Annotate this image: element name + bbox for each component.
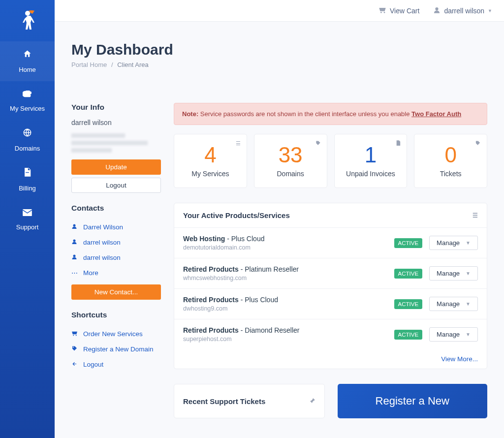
stat-value: 0 xyxy=(420,143,481,167)
nav-label: Support xyxy=(16,223,39,231)
shortcut-register-domain[interactable]: Register a New Domain xyxy=(71,342,161,357)
contact-item[interactable]: darrel wilson xyxy=(71,235,161,250)
view-more-link[interactable]: View More... xyxy=(174,349,487,369)
user-icon xyxy=(433,6,441,15)
contact-item[interactable]: Darrel Wilson xyxy=(71,219,161,235)
logout-button[interactable]: Logout xyxy=(71,178,161,193)
globe-icon xyxy=(2,128,53,140)
ticket-icon xyxy=(475,140,481,147)
update-button[interactable]: Update xyxy=(71,159,161,175)
your-info-heading: Your Info xyxy=(71,103,161,112)
shortcut-order-services[interactable]: Order New Services xyxy=(71,326,161,342)
shortcut-label: Order New Services xyxy=(83,330,143,338)
contacts-heading: Contacts xyxy=(71,204,161,213)
product-category: Retired Products xyxy=(183,265,239,273)
svg-point-4 xyxy=(380,12,382,13)
tag-icon xyxy=(71,345,78,353)
stat-label: My Services xyxy=(180,170,241,178)
svg-point-6 xyxy=(436,7,439,10)
nav-domains[interactable]: Domains xyxy=(0,120,55,160)
product-domain: superpiehost.com xyxy=(183,336,300,343)
breadcrumb-home[interactable]: Portal Home xyxy=(71,61,107,68)
alert-note: Note: xyxy=(182,110,198,118)
manage-button[interactable]: Manage▼ xyxy=(429,327,478,342)
topbar: View Cart darrell wilson ▼ xyxy=(55,0,504,22)
nav-label: My Services xyxy=(10,105,45,112)
person-icon xyxy=(71,254,78,261)
chevron-down-icon: ▼ xyxy=(466,271,471,276)
stat-label: Tickets xyxy=(420,170,481,178)
cart-icon xyxy=(71,330,78,338)
product-row[interactable]: Retired Products - Diamond Reseller supe… xyxy=(174,319,487,349)
user-fullname: darrell wilson xyxy=(71,119,161,126)
product-plan: Diamond Reseller xyxy=(245,326,299,334)
contact-name: darrel wilson xyxy=(83,239,121,246)
person-icon xyxy=(71,239,78,246)
two-factor-alert: Note: Service passwords are not shown in… xyxy=(174,103,487,125)
chevron-down-icon: ▼ xyxy=(466,332,471,337)
redacted-info xyxy=(71,133,161,153)
stat-value: 33 xyxy=(260,143,321,167)
pin-icon[interactable] xyxy=(310,398,315,405)
dots-icon: ⋯ xyxy=(71,269,78,277)
brand-logo[interactable] xyxy=(16,8,39,31)
manage-button[interactable]: Manage▼ xyxy=(429,266,478,281)
product-row[interactable]: Retired Products - Plus Cloud dwhosting9… xyxy=(174,288,487,319)
page-title: My Dashboard xyxy=(71,41,487,58)
stat-services[interactable]: ☰ 4 My Services xyxy=(174,134,247,188)
tag-icon xyxy=(315,140,321,147)
cart-label: View Cart xyxy=(390,7,419,15)
sidebar: Home My Services Domains Billing Support xyxy=(0,0,55,438)
person-icon xyxy=(71,223,78,231)
product-row[interactable]: Retired Products - Platinum Reseller whm… xyxy=(174,258,487,288)
svg-point-8 xyxy=(73,240,76,242)
stat-tickets[interactable]: 0 Tickets xyxy=(414,134,487,188)
stack-icon: ☰ xyxy=(236,140,241,147)
product-domain: whmcswebhosting.com xyxy=(183,275,299,282)
recent-tickets-panel: Recent Support Tickets xyxy=(174,384,325,418)
product-domain: dwhosting9.com xyxy=(183,305,278,312)
register-heading: Register a New xyxy=(376,395,449,407)
nav-billing[interactable]: Billing xyxy=(0,160,55,200)
view-cart-link[interactable]: View Cart xyxy=(378,6,419,15)
new-contact-button[interactable]: New Contact... xyxy=(71,284,161,300)
svg-point-0 xyxy=(25,11,30,16)
product-domain: demotutorialdomain.com xyxy=(183,244,264,251)
product-category: Web Hosting xyxy=(183,235,225,243)
product-category: Retired Products xyxy=(183,326,239,334)
status-badge: ACTIVE xyxy=(394,330,423,340)
status-badge: ACTIVE xyxy=(394,269,423,279)
contact-name: Darrel Wilson xyxy=(83,223,123,231)
stat-invoices[interactable]: 1 Unpaid Invoices xyxy=(334,134,408,188)
two-factor-link[interactable]: Two Factor Auth xyxy=(411,110,461,118)
settings-icon[interactable]: ☰ xyxy=(472,212,478,219)
stat-domains[interactable]: 33 Domains xyxy=(254,134,327,188)
manage-button[interactable]: Manage▼ xyxy=(429,236,478,250)
shortcut-logout[interactable]: Logout xyxy=(71,357,161,372)
svg-point-7 xyxy=(73,224,76,227)
nav-services[interactable]: My Services xyxy=(0,81,55,120)
svg-point-11 xyxy=(76,335,77,336)
product-category: Retired Products xyxy=(183,296,239,304)
nav-home[interactable]: Home xyxy=(0,41,55,81)
chevron-down-icon: ▼ xyxy=(466,240,471,246)
shortcut-label: Register a New Domain xyxy=(83,345,154,353)
file-icon xyxy=(396,140,401,147)
contact-name: darrel wilson xyxy=(83,254,121,261)
product-row[interactable]: Web Hosting - Plus Cloud demotutorialdom… xyxy=(174,227,487,258)
shortcuts-heading: Shortcuts xyxy=(71,311,161,319)
register-domain-card[interactable]: Register a New xyxy=(338,384,488,418)
stat-value: 1 xyxy=(341,143,401,167)
contacts-more[interactable]: ⋯ More xyxy=(71,265,161,281)
stat-label: Unpaid Invoices xyxy=(341,170,401,178)
breadcrumb-current: Client Area xyxy=(117,61,149,68)
nav-support[interactable]: Support xyxy=(0,200,55,239)
contact-item[interactable]: darrel wilson xyxy=(71,250,161,265)
nav-label: Domains xyxy=(15,145,40,152)
mail-icon xyxy=(2,208,53,219)
user-menu[interactable]: darrell wilson ▼ xyxy=(433,6,492,15)
manage-button[interactable]: Manage▼ xyxy=(429,297,478,311)
stat-value: 4 xyxy=(180,143,241,167)
product-plan: Plus Cloud xyxy=(231,235,265,243)
cart-icon xyxy=(378,6,386,15)
